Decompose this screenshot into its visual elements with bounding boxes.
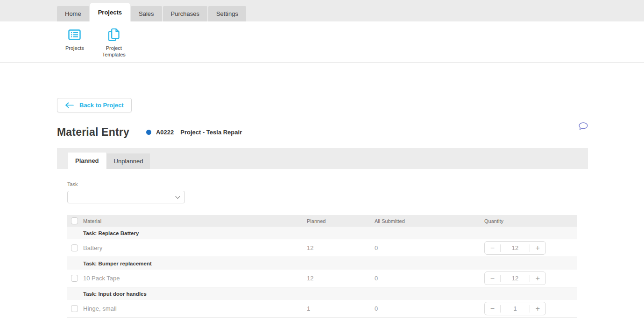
card-body: Task Material Planned All Submitted Quan… [57,169,588,318]
select-all-checkbox[interactable] [71,217,78,224]
decrease-quantity-button[interactable]: − [485,275,500,282]
quantity-value: 12 [501,275,530,282]
task-field-label: Task [67,181,577,187]
column-header-quantity: Quantity [481,218,577,224]
nav-tab-sales[interactable]: Sales [131,6,162,21]
back-to-project-button[interactable]: Back to Project [57,98,132,112]
quantity-value: 1 [501,305,530,312]
quantity-stepper: −12+ [484,241,546,255]
material-name: Hinge, small [83,305,303,312]
icon-toolbar: Projects Project Templates [0,21,644,63]
material-name: Battery [83,244,303,251]
decrease-quantity-button[interactable]: − [485,244,500,252]
tab-unplanned[interactable]: Unplanned [107,153,150,169]
material-table-body: Task: Replace BatteryBattery120−12+Task:… [67,227,577,318]
column-header-planned: Planned [303,218,371,224]
table-header-row: Material Planned All Submitted Quantity [67,215,577,227]
increase-quantity-button[interactable]: + [530,244,545,252]
project-reference-name: Project - Tesla Repair [180,129,242,136]
material-name: 10 Pack Tape [83,275,303,282]
quantity-stepper: −1+ [484,302,546,315]
nav-tab-settings[interactable]: Settings [208,6,246,21]
planned-value: 12 [303,275,371,282]
nav-tab-home[interactable]: Home [57,6,89,21]
quantity-stepper: −12+ [484,271,546,285]
toolbar-item-label: Projects [65,45,84,52]
increase-quantity-button[interactable]: + [530,275,545,282]
toolbar-item-project-templates[interactable]: Project Templates [99,28,129,58]
task-group-row: Task: Input door handles [67,287,577,300]
all-submitted-value: 0 [371,305,481,312]
tab-planned[interactable]: Planned [68,153,106,169]
planned-value: 12 [303,244,371,251]
status-dot-icon [146,130,151,135]
speech-bubble-icon [579,122,588,130]
all-submitted-value: 0 [371,244,481,251]
toolbar-item-projects[interactable]: Projects [65,28,84,52]
material-entry-card: Planned Unplanned Task Material Planned … [57,148,588,318]
row-checkbox[interactable] [71,305,78,312]
all-submitted-value: 0 [371,275,481,282]
material-row: 10 Pack Tape120−12+ [67,270,577,287]
task-group-row: Task: Replace Battery [67,227,577,239]
quantity-value: 12 [501,244,530,251]
copy-icon [108,28,120,42]
task-select[interactable] [67,191,185,203]
decrease-quantity-button[interactable]: − [485,305,500,313]
project-reference-code: A0222 [156,129,174,136]
comment-button[interactable] [579,122,588,130]
column-header-material: Material [83,218,303,224]
materials-table: Material Planned All Submitted Quantity … [67,215,577,318]
material-row: Battery120−12+ [67,239,577,257]
back-arrow-icon [65,102,74,108]
page-header: Material Entry A0222 Project - Tesla Rep… [57,126,588,139]
card-tab-strip: Planned Unplanned [57,148,588,169]
page-title: Material Entry [57,126,129,139]
material-row: Hinge, small10−1+ [67,300,577,318]
top-navigation-bar: Home Projects Sales Purchases Settings [0,0,644,21]
list-icon [68,28,81,42]
row-checkbox[interactable] [71,275,78,282]
nav-tab-projects[interactable]: Projects [90,3,130,21]
back-button-label: Back to Project [79,102,124,109]
column-header-all-submitted: All Submitted [371,218,481,224]
nav-tab-purchases[interactable]: Purchases [163,6,207,21]
increase-quantity-button[interactable]: + [530,305,545,313]
chevron-down-icon [175,196,180,199]
task-group-row: Task: Bumper replacement [67,257,577,270]
planned-value: 1 [303,305,371,312]
toolbar-item-label: Project Templates [99,45,129,58]
row-checkbox[interactable] [71,244,78,251]
